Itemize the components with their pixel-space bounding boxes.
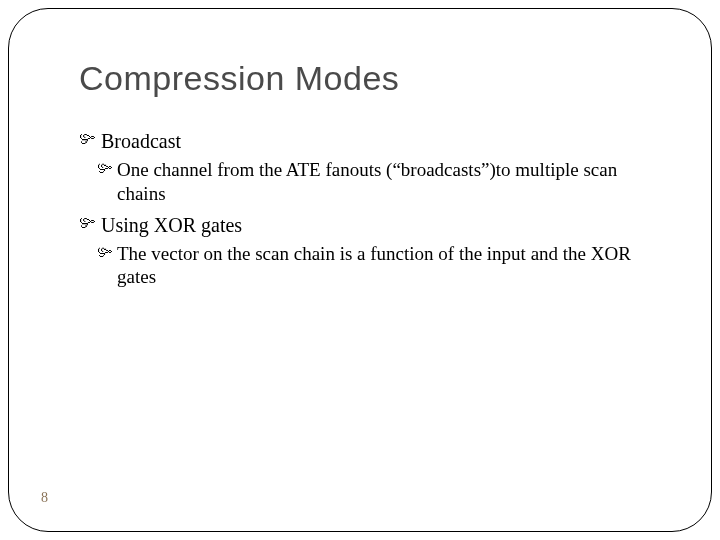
subbullet-text: The vector on the scan chain is a functi… xyxy=(117,243,631,288)
page-number: 8 xyxy=(41,490,48,506)
bullet-broadcast: Broadcast xyxy=(79,128,641,154)
slide-content: Compression Modes Broadcast One channel … xyxy=(9,9,711,319)
bullet-xor: Using XOR gates xyxy=(79,212,641,238)
subbullet-text: One channel from the ATE fanouts (“broad… xyxy=(117,159,617,204)
slide-title: Compression Modes xyxy=(79,59,641,98)
subbullet-xor-desc: The vector on the scan chain is a functi… xyxy=(97,242,641,290)
subbullet-broadcast-desc: One channel from the ATE fanouts (“broad… xyxy=(97,158,641,206)
bullet-text: Broadcast xyxy=(101,130,181,152)
slide-frame: Compression Modes Broadcast One channel … xyxy=(8,8,712,532)
bullet-text: Using XOR gates xyxy=(101,214,242,236)
